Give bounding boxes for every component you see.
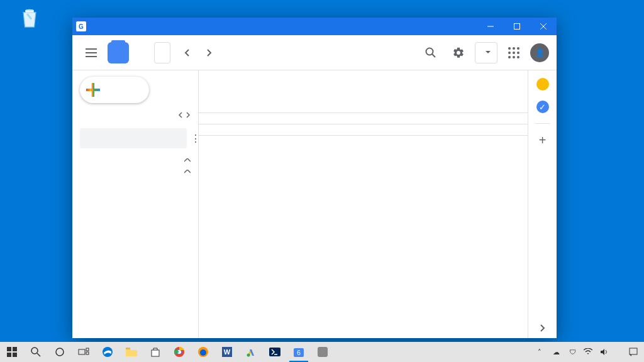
notifications-icon[interactable] <box>629 348 639 356</box>
svg-rect-35 <box>630 348 637 354</box>
file-explorer-icon[interactable] <box>119 342 143 362</box>
svg-text:W: W <box>224 348 231 356</box>
plus-icon <box>86 83 100 97</box>
svg-rect-22 <box>152 350 159 356</box>
other-calendars-toggle[interactable] <box>80 166 193 177</box>
chevron-up-icon <box>184 158 191 162</box>
titlebar-app-icon: G <box>76 21 86 31</box>
app-window: G 👤 <box>72 18 557 338</box>
tasks-icon[interactable]: ✓ <box>536 101 549 113</box>
svg-point-27 <box>200 349 206 356</box>
google-apps-icon[interactable] <box>502 41 525 64</box>
maximize-button[interactable] <box>504 18 530 35</box>
my-calendars-toggle[interactable] <box>80 155 193 166</box>
volume-icon[interactable] <box>600 348 610 356</box>
svg-line-9 <box>432 54 435 57</box>
svg-point-0 <box>25 9 33 11</box>
left-sidebar: ⋮ <box>72 70 198 338</box>
svg-rect-10 <box>7 347 11 351</box>
svg-rect-19 <box>86 352 89 354</box>
account-avatar[interactable]: 👤 <box>530 43 549 62</box>
svg-point-30 <box>247 354 250 357</box>
calendar-logo-icon <box>108 42 129 63</box>
search-icon[interactable] <box>419 41 442 64</box>
calendar-taskbar-icon[interactable]: 6 <box>287 342 311 362</box>
titlebar[interactable]: G <box>72 18 557 35</box>
create-button[interactable] <box>80 77 149 103</box>
svg-line-15 <box>37 353 40 356</box>
collapse-panel-button[interactable] <box>540 324 545 332</box>
svg-rect-2 <box>514 24 520 30</box>
minimize-button[interactable] <box>477 18 504 35</box>
svg-rect-21 <box>126 348 130 349</box>
system-tray: ˄ ☁ 🛡 <box>535 342 644 362</box>
close-button[interactable] <box>530 18 557 35</box>
defender-icon[interactable]: 🛡 <box>567 348 577 356</box>
side-panel: ✓ + <box>528 70 557 338</box>
onedrive-icon[interactable]: ☁ <box>551 348 561 356</box>
prev-week-button[interactable] <box>175 41 198 64</box>
recycle-bin-icon[interactable] <box>8 5 52 31</box>
gcal-header: 👤 <box>72 35 557 70</box>
cortana-icon[interactable] <box>48 342 72 362</box>
app-icon[interactable] <box>311 342 335 362</box>
svg-rect-17 <box>79 349 85 354</box>
svg-rect-12 <box>7 353 11 357</box>
today-button[interactable] <box>154 42 170 63</box>
mini-next-button[interactable] <box>186 112 191 118</box>
chevron-down-icon <box>486 51 491 54</box>
svg-point-14 <box>31 348 38 354</box>
edge-icon[interactable] <box>96 342 119 362</box>
powershell-icon[interactable] <box>263 342 287 362</box>
add-addon-icon[interactable]: + <box>536 134 549 146</box>
settings-gear-icon[interactable] <box>447 41 470 64</box>
word-icon[interactable]: W <box>215 342 239 362</box>
main-menu-icon[interactable] <box>80 41 103 64</box>
svg-point-8 <box>426 48 433 55</box>
calendar-grid <box>198 70 528 338</box>
mini-prev-button[interactable] <box>178 112 183 118</box>
google-ads-icon[interactable] <box>239 342 263 362</box>
chevron-up-icon <box>184 170 191 173</box>
svg-rect-34 <box>318 347 328 357</box>
tray-chevron-up-icon[interactable]: ˄ <box>535 348 545 356</box>
search-taskbar-icon[interactable] <box>24 342 48 362</box>
svg-rect-13 <box>13 353 17 357</box>
svg-point-16 <box>56 348 64 356</box>
wifi-icon[interactable] <box>584 348 594 356</box>
keep-icon[interactable] <box>536 78 549 90</box>
taskbar: W 6 ˄ ☁ 🛡 <box>0 342 644 362</box>
add-calendar-input[interactable] <box>80 128 187 148</box>
view-selector[interactable] <box>475 42 497 63</box>
firefox-icon[interactable] <box>191 342 215 362</box>
svg-text:6: 6 <box>297 349 301 356</box>
store-icon[interactable] <box>143 342 167 362</box>
task-view-icon[interactable] <box>72 342 96 362</box>
svg-rect-18 <box>86 348 89 351</box>
add-calendar-menu-icon[interactable]: ⋮ <box>191 131 198 146</box>
start-button[interactable] <box>0 342 24 362</box>
next-week-button[interactable] <box>198 41 221 64</box>
chrome-icon[interactable] <box>167 342 191 362</box>
svg-rect-11 <box>13 347 17 351</box>
